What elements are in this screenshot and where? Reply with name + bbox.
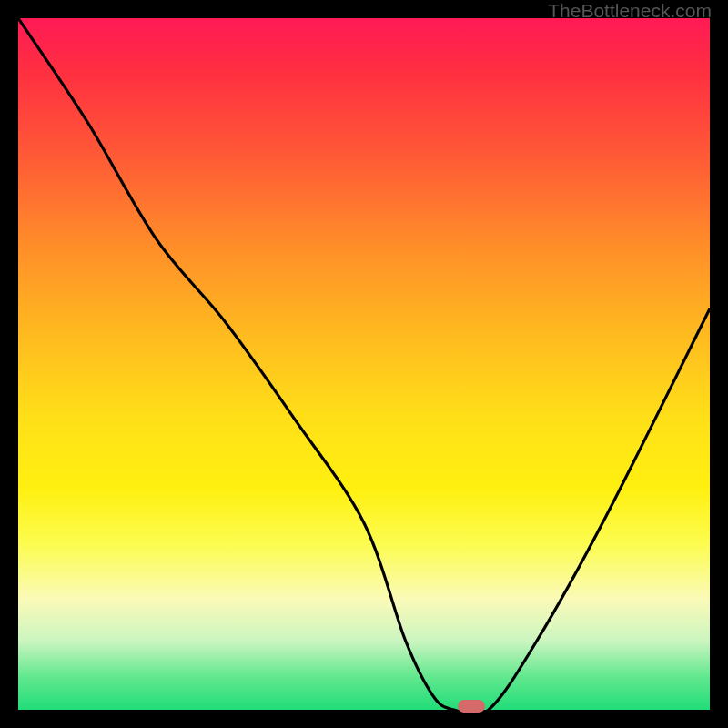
watermark-text: TheBottleneck.com <box>548 0 712 22</box>
bottleneck-curve <box>18 18 710 710</box>
curve-svg <box>18 18 710 710</box>
plot-area <box>18 18 710 710</box>
chart-container: TheBottleneck.com <box>0 0 728 728</box>
optimum-marker <box>458 700 485 713</box>
